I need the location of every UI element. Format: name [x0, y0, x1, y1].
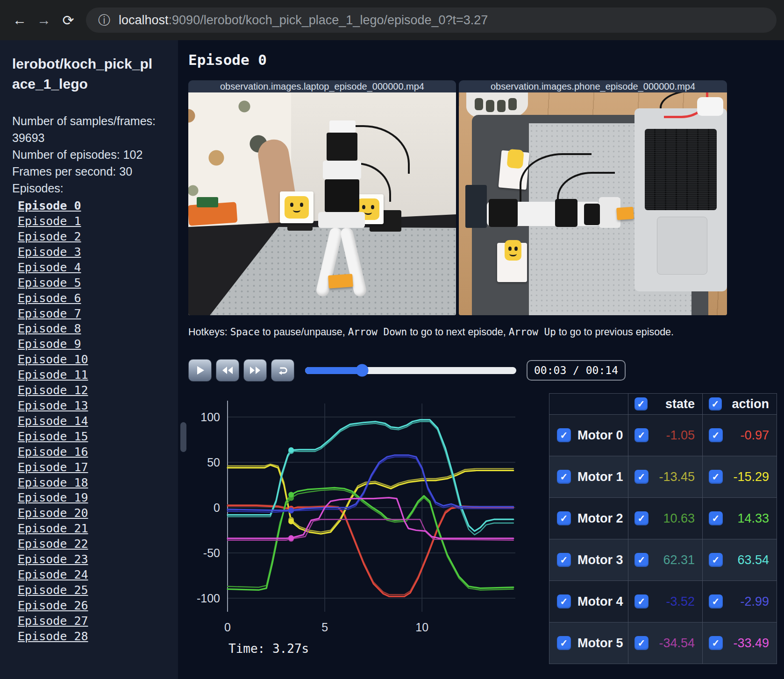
- orange-lego-block: [616, 207, 634, 220]
- svg-text:10: 10: [415, 621, 428, 632]
- episode-link[interactable]: Episode 12: [18, 383, 88, 398]
- episode-link[interactable]: Episode 9: [18, 337, 81, 352]
- column-header-state: state: [665, 397, 695, 411]
- hotkey-arrow-down: Arrow Down: [348, 326, 407, 338]
- sticker-icon: [506, 149, 524, 169]
- robot-body-motor: [325, 179, 359, 212]
- orange-lego-block: [328, 274, 353, 289]
- checkbox[interactable]: ✓: [709, 470, 723, 484]
- episode-link[interactable]: Episode 25: [18, 583, 88, 598]
- sidebar: lerobot/koch_pick_place_1_lego Number of…: [0, 40, 178, 679]
- episode-link[interactable]: Episode 11: [18, 368, 88, 383]
- episode-link[interactable]: Episode 24: [18, 567, 88, 583]
- checkbox[interactable]: ✓: [557, 553, 571, 567]
- address-bar[interactable]: ⓘ localhost:9090/lerobot/koch_pick_place…: [86, 7, 777, 33]
- episode-link[interactable]: Episode 27: [18, 614, 88, 629]
- episode-link[interactable]: Episode 4: [18, 260, 81, 276]
- checkbox[interactable]: ✓: [709, 428, 723, 442]
- episode-link[interactable]: Episode 14: [18, 414, 88, 429]
- table-row: ✓Motor 2✓10.63✓14.33: [549, 498, 777, 539]
- checkbox[interactable]: ✓: [634, 428, 649, 442]
- checkbox[interactable]: ✓: [709, 594, 723, 608]
- motor-label: Motor 2: [577, 511, 623, 526]
- checkbox[interactable]: ✓: [557, 636, 571, 650]
- svg-text:0: 0: [224, 621, 231, 632]
- episode-link[interactable]: Episode 26: [18, 598, 88, 614]
- motor-label: Motor 1: [577, 470, 623, 484]
- episode-link[interactable]: Episode 5: [18, 276, 81, 291]
- stat-samples: Number of samples/frames: 39693: [12, 113, 166, 146]
- back-icon[interactable]: ←: [7, 8, 32, 32]
- episode-link[interactable]: Episode 18: [18, 475, 88, 491]
- episode-link[interactable]: Episode 15: [18, 429, 88, 445]
- hotkeys-help: Hotkeys: Space to pause/unpause, Arrow D…: [188, 326, 773, 338]
- episode-list: Episode 0Episode 1Episode 2Episode 3Epis…: [12, 198, 168, 644]
- checkbox[interactable]: ✓: [634, 511, 649, 525]
- svg-text:0: 0: [214, 501, 220, 514]
- sidebar-scrollbar-thumb[interactable]: [180, 422, 186, 452]
- episode-link[interactable]: Episode 28: [18, 629, 88, 644]
- checkbox[interactable]: ✓: [634, 470, 649, 484]
- motor-chart[interactable]: 100500-50-1000510 Time: 3.27s: [188, 389, 523, 664]
- svg-text:50: 50: [207, 456, 220, 469]
- checkbox[interactable]: ✓: [557, 428, 571, 442]
- episode-link[interactable]: Episode 13: [18, 398, 88, 414]
- episode-link[interactable]: Episode 0: [18, 198, 81, 214]
- video-title-phone: observation.images.phone_episode_000000.…: [459, 80, 727, 92]
- checkbox[interactable]: ✓: [557, 594, 571, 608]
- action-value: -15.29: [733, 470, 769, 484]
- fast-forward-button[interactable]: [243, 359, 267, 382]
- seek-slider[interactable]: [305, 367, 516, 374]
- episode-link[interactable]: Episode 8: [18, 321, 81, 337]
- rewind-button[interactable]: [216, 359, 239, 382]
- episodes-label: Episodes:: [12, 180, 166, 197]
- action-value: -2.99: [740, 594, 769, 609]
- episode-link[interactable]: Episode 2: [18, 229, 81, 245]
- checkbox[interactable]: ✓: [709, 636, 723, 650]
- checkbox[interactable]: ✓: [634, 553, 649, 567]
- action-value: 63.54: [737, 553, 769, 567]
- episode-link[interactable]: Episode 3: [18, 245, 81, 260]
- checkbox[interactable]: ✓: [634, 594, 649, 608]
- svg-text:5: 5: [321, 621, 328, 632]
- motor-label: Motor 3: [577, 553, 623, 567]
- episode-link[interactable]: Episode 19: [18, 490, 88, 506]
- episode-link[interactable]: Episode 17: [18, 460, 88, 475]
- video-phone[interactable]: [459, 92, 727, 315]
- loop-icon: [277, 365, 288, 376]
- episode-link[interactable]: Episode 23: [18, 552, 88, 567]
- checkbox[interactable]: ✓: [709, 511, 723, 525]
- video-title-laptop: observation.images.laptop_episode_000000…: [188, 80, 456, 92]
- episode-link[interactable]: Episode 16: [18, 445, 88, 460]
- sticker-icon: [505, 240, 521, 261]
- seek-slider-thumb[interactable]: [356, 364, 369, 377]
- robot-wrist-motor: [584, 204, 600, 225]
- motor-label: Motor 4: [577, 594, 623, 609]
- action-value: -33.49: [733, 636, 769, 651]
- checkbox[interactable]: ✓: [709, 553, 723, 567]
- episode-link[interactable]: Episode 20: [18, 506, 88, 521]
- loop-button[interactable]: [271, 359, 294, 382]
- episode-link[interactable]: Episode 1: [18, 214, 81, 229]
- episode-link[interactable]: Episode 7: [18, 306, 81, 322]
- rewind-icon: [221, 366, 234, 375]
- episode-link[interactable]: Episode 21: [18, 521, 88, 537]
- reload-icon[interactable]: ⟳: [56, 8, 80, 32]
- checkbox[interactable]: ✓: [557, 470, 571, 484]
- svg-text:-100: -100: [197, 592, 220, 605]
- site-info-icon[interactable]: ⓘ: [97, 13, 111, 27]
- motor-label: Motor 0: [577, 428, 623, 443]
- forward-icon[interactable]: →: [32, 8, 56, 32]
- seek-slider-fill: [305, 367, 362, 374]
- checkbox[interactable]: ✓: [709, 397, 722, 410]
- play-button[interactable]: [188, 359, 212, 382]
- hotkeys-mid2: to go to next episode,: [407, 326, 509, 338]
- episode-link[interactable]: Episode 22: [18, 537, 88, 552]
- checkbox[interactable]: ✓: [557, 511, 571, 525]
- browser-toolbar: ← → ⟳ ⓘ localhost:9090/lerobot/koch_pick…: [0, 0, 784, 40]
- episode-link[interactable]: Episode 10: [18, 352, 88, 368]
- checkbox[interactable]: ✓: [634, 636, 649, 650]
- episode-link[interactable]: Episode 6: [18, 291, 81, 306]
- video-laptop[interactable]: [188, 92, 456, 315]
- checkbox[interactable]: ✓: [634, 397, 648, 410]
